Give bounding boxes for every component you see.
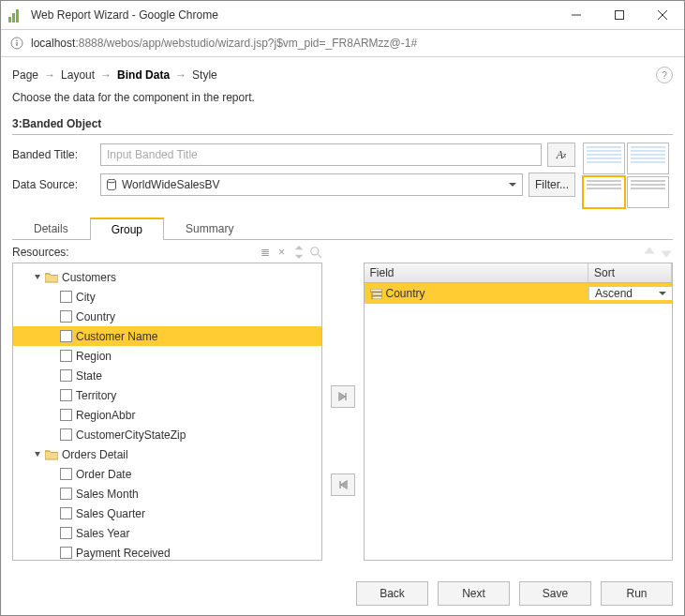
tab-group[interactable]: Group [90,218,164,240]
sort-icon[interactable] [292,246,305,259]
section-heading: 3:Banded Object [12,117,673,135]
add-field-button[interactable] [331,385,355,408]
layout-thumb-2[interactable] [627,143,669,174]
checkbox-icon[interactable] [60,330,72,342]
tree-field[interactable]: Country [13,307,321,326]
chevron-right-icon: → [44,68,55,82]
tree-field-label: Sales Quarter [76,507,145,520]
filter-button[interactable]: Filter... [529,173,575,197]
tree-field[interactable]: Payment Received [13,543,321,561]
breadcrumb-layout[interactable]: Layout [61,68,95,82]
layout-thumb-4[interactable] [627,176,669,208]
checkbox-icon[interactable] [60,291,72,303]
app-logo-icon [8,8,23,23]
tree-field-label: Sales Year [76,527,129,540]
checkbox-icon[interactable] [60,468,72,480]
tab-details[interactable]: Details [12,218,90,240]
checkbox-icon[interactable] [60,350,72,362]
tree-field-label: Order Date [76,468,131,481]
run-button[interactable]: Run [601,581,673,606]
chevron-right-icon: → [175,68,186,82]
layout-thumbnails [583,143,673,208]
page-subtitle: Choose the data for the component in the… [12,91,673,104]
tabstrip: Details Group Summary [12,218,673,240]
save-button[interactable]: Save [519,581,591,606]
tree-field[interactable]: CustomerCityStateZip [13,425,321,444]
grid-cell-sort[interactable]: Ascend [588,287,672,300]
search-icon[interactable] [309,246,322,259]
checkbox-icon[interactable] [60,389,72,401]
help-icon[interactable]: ? [656,67,673,83]
tree-field[interactable]: City [13,287,321,307]
svg-rect-1 [616,11,624,20]
move-down-icon[interactable] [660,246,673,259]
maximize-button[interactable] [598,1,641,29]
remove-field-button[interactable] [331,473,355,496]
data-source-select[interactable]: WorldWideSalesBV [100,173,523,196]
tree-field[interactable]: Territory [13,385,321,405]
expand-icon[interactable] [34,451,41,458]
checkbox-icon[interactable] [60,547,72,559]
checkbox-icon[interactable] [60,488,72,500]
datasource-icon [107,179,116,190]
checkbox-icon[interactable] [60,369,72,382]
tree-field[interactable]: Customer Name [13,326,321,346]
grid-row[interactable]: CountryAscend [365,283,673,304]
tree-field[interactable]: Sales Quarter [13,503,321,523]
tree-field[interactable]: Order Date [13,464,321,484]
minimize-button[interactable] [555,1,598,29]
window-title: Web Report Wizard - Google Chrome [31,8,555,22]
window-titlebar: Web Report Wizard - Google Chrome [1,1,684,30]
group-grid[interactable]: Field Sort CountryAscend [364,263,674,561]
wizard-footer: Back Next Save Run [1,572,684,615]
expand-icon[interactable] [34,274,41,281]
font-button[interactable]: Az [547,143,575,167]
tree-field[interactable]: Sales Month [13,484,321,503]
back-button[interactable]: Back [356,581,428,606]
collapse-icon[interactable]: × [275,246,289,259]
tree-folder-label: Orders Detail [62,448,128,461]
breadcrumb-page[interactable]: Page [12,68,38,82]
tree-field[interactable]: Sales Year [13,523,321,543]
banded-title-input[interactable]: Input Banded Title [100,143,542,166]
breadcrumb-bind-data[interactable]: Bind Data [117,68,170,82]
layout-thumb-3[interactable] [583,176,625,208]
breadcrumb: Page → Layout → Bind Data → Style ? [12,67,673,83]
tree-field-label: City [76,291,96,304]
tree-field[interactable]: Region [13,346,321,366]
svg-rect-12 [372,296,382,299]
info-icon [10,37,23,50]
grid-header-sort[interactable]: Sort [588,263,672,282]
address-bar: localhost:8888/webos/app/webstudio/wizar… [1,30,684,57]
checkbox-icon[interactable] [60,310,72,323]
svg-point-7 [108,179,116,183]
svg-rect-6 [16,40,17,41]
breadcrumb-style[interactable]: Style [192,68,217,82]
checkbox-icon[interactable] [60,507,72,519]
chevron-right-icon: → [100,68,112,82]
layout-thumb-1[interactable] [583,143,625,174]
url-text[interactable]: localhost:8888/webos/app/webstudio/wizar… [31,37,675,50]
list-icon[interactable]: ≣ [259,246,272,259]
svg-rect-10 [370,289,382,292]
next-button[interactable]: Next [438,581,510,606]
tree-folder[interactable]: Orders Detail [13,444,321,464]
tree-field-label: CustomerCityStateZip [76,428,186,442]
grid-cell-field: Country [386,287,425,300]
tree-field[interactable]: RegionAbbr [13,405,321,425]
tree-folder[interactable]: Customers [13,267,321,287]
grid-header-field[interactable]: Field [365,263,589,282]
close-button[interactable] [641,1,684,29]
checkbox-icon[interactable] [60,409,72,421]
svg-point-8 [310,248,318,255]
resources-tree[interactable]: CustomersCityCountryCustomer NameRegionS… [12,263,322,561]
banded-title-label: Banded Title: [12,148,95,161]
tree-field-label: Payment Received [76,547,171,560]
data-source-label: Data Source: [12,178,95,191]
tree-folder-label: Customers [62,271,116,284]
checkbox-icon[interactable] [60,527,72,539]
checkbox-icon[interactable] [60,428,72,441]
move-up-icon[interactable] [643,246,656,259]
tab-summary[interactable]: Summary [164,218,255,240]
tree-field[interactable]: State [13,366,321,385]
